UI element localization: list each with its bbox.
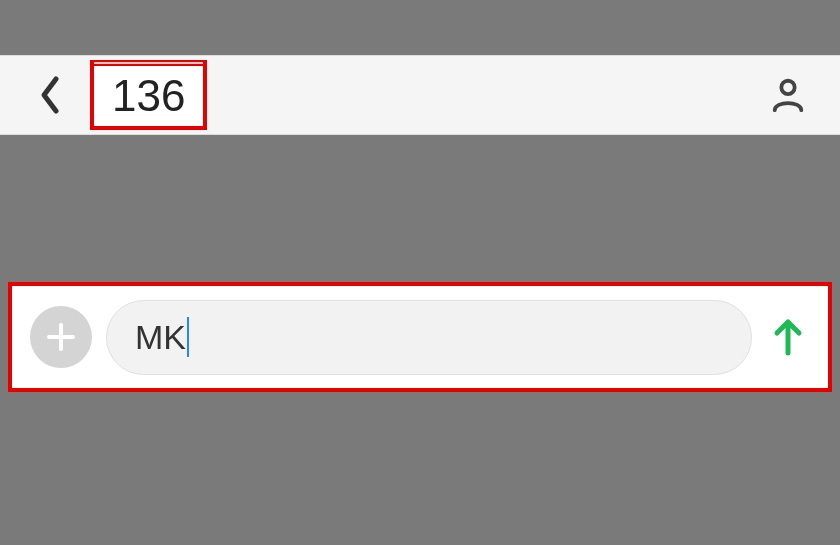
conversation-title: 136 bbox=[112, 71, 185, 121]
compose-bar-highlight: MK bbox=[8, 282, 832, 392]
message-input-container[interactable]: MK bbox=[106, 300, 752, 375]
header-bar: 136 bbox=[0, 55, 840, 135]
text-cursor bbox=[187, 317, 189, 357]
attach-button[interactable] bbox=[30, 306, 92, 368]
message-input-value: MK bbox=[135, 318, 186, 357]
profile-button[interactable] bbox=[766, 73, 810, 117]
svg-point-0 bbox=[781, 81, 794, 94]
back-chevron-icon bbox=[37, 75, 63, 115]
conversation-title-highlight: 136 bbox=[90, 60, 207, 130]
person-icon bbox=[769, 76, 807, 114]
message-input[interactable]: MK bbox=[135, 317, 189, 357]
arrow-up-icon bbox=[771, 317, 805, 357]
plus-icon bbox=[44, 320, 78, 354]
back-button[interactable] bbox=[30, 75, 70, 115]
send-button[interactable] bbox=[766, 315, 810, 359]
